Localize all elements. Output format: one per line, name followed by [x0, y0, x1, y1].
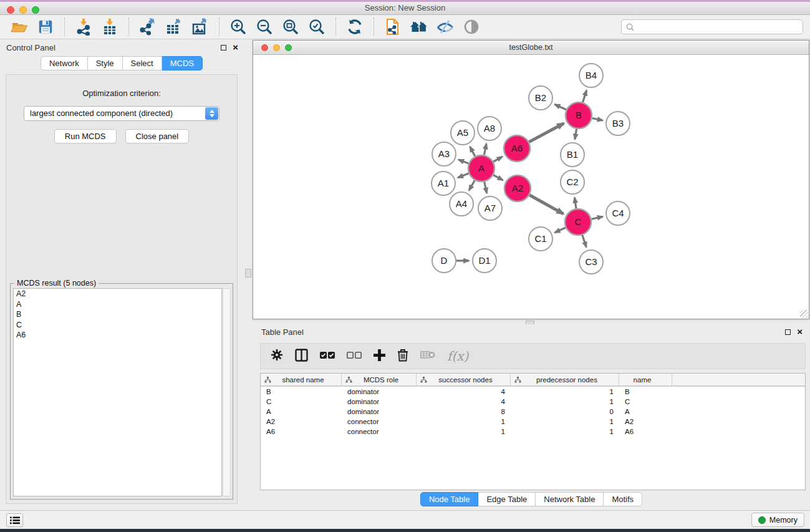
column-header-MCDS-role[interactable]: MCDS role	[342, 374, 417, 385]
graph-edge-A-A5[interactable]	[470, 147, 475, 156]
import-network-icon[interactable]	[74, 17, 94, 37]
graph-node-C4[interactable]: C4	[606, 201, 630, 225]
zoom-out-icon[interactable]	[254, 17, 274, 37]
import-table-icon[interactable]	[100, 17, 120, 37]
mcds-result-item[interactable]: A6	[14, 330, 221, 341]
hide-icon[interactable]	[435, 17, 455, 37]
graph-edge-A-A1[interactable]	[458, 173, 468, 178]
mcds-result-item[interactable]: A	[14, 299, 221, 310]
table-row[interactable]: A2connector11A2	[261, 417, 805, 427]
table-row[interactable]: A6connector11A6	[261, 427, 805, 437]
column-table-icon[interactable]	[295, 349, 308, 364]
tab-style[interactable]: Style	[88, 56, 123, 70]
table-row[interactable]: Bdominator41B	[261, 387, 805, 397]
graph-edge-A-A3[interactable]	[458, 160, 468, 163]
tab-motifs[interactable]: Motifs	[604, 492, 642, 506]
vertical-split-handle[interactable]	[245, 269, 251, 278]
save-session-icon[interactable]	[36, 17, 55, 37]
graph-edge-A2-C[interactable]	[529, 195, 563, 214]
trash-icon[interactable]	[397, 349, 408, 364]
close-window-button[interactable]	[7, 6, 14, 14]
graph-node-B[interactable]: B	[566, 102, 592, 128]
graph-node-D1[interactable]: D1	[473, 249, 496, 273]
graph-edge-A-A7[interactable]	[485, 181, 487, 193]
graph-edge-C-C3[interactable]	[582, 235, 586, 247]
graph-edge-A6-B[interactable]	[529, 123, 564, 142]
network-canvas[interactable]: B4B2BB3A8A5A6A3B1AC2A1A2A4A7C4CC1DD1C3	[253, 55, 809, 319]
graph-node-A2[interactable]: A2	[504, 175, 531, 201]
table-row[interactable]: Cdominator41C	[261, 397, 805, 407]
show-icon[interactable]	[461, 17, 481, 37]
zoom-selected-icon[interactable]	[307, 17, 327, 37]
refresh-icon[interactable]	[345, 17, 365, 37]
graph-node-A8[interactable]: A8	[478, 117, 501, 140]
graph-edge-B-B1[interactable]	[575, 129, 577, 140]
column-header-successor-nodes[interactable]: successor nodes	[417, 374, 511, 385]
graph-node-A[interactable]: A	[468, 155, 494, 181]
graph-edge-A-A8[interactable]	[484, 143, 486, 155]
graph-edge-C-C1[interactable]	[555, 228, 566, 233]
column-header-shared-name[interactable]: shared name	[261, 374, 342, 385]
mcds-result-item[interactable]: C	[14, 320, 221, 331]
tab-network-table[interactable]: Network Table	[536, 492, 604, 506]
deselect-all-icon[interactable]	[347, 351, 362, 362]
minimize-window-button[interactable]	[19, 6, 27, 14]
new-network-from-selection-icon[interactable]	[383, 17, 403, 37]
graph-node-D[interactable]: D	[432, 249, 456, 273]
graph-node-C1[interactable]: C1	[529, 227, 552, 251]
table-row[interactable]: Adominator80A	[261, 407, 805, 417]
graph-node-A7[interactable]: A7	[478, 196, 502, 220]
graph-node-A3[interactable]: A3	[432, 142, 456, 166]
optimization-criterion-dropdown[interactable]: largest connected component (directed)	[24, 106, 219, 121]
tab-network[interactable]: Network	[41, 56, 88, 70]
tab-node-table[interactable]: Node Table	[420, 492, 479, 506]
graph-node-A1[interactable]: A1	[432, 172, 455, 195]
close-panel-icon[interactable]: ×	[233, 44, 238, 51]
open-session-icon[interactable]	[9, 17, 29, 37]
tab-select[interactable]: Select	[123, 56, 162, 70]
close-table-panel-icon[interactable]: ×	[797, 328, 803, 336]
graph-edge-B-B3[interactable]	[592, 118, 603, 120]
tab-edge-table[interactable]: Edge Table	[478, 492, 536, 506]
graph-edge-A-A2[interactable]	[493, 175, 503, 180]
export-network-icon[interactable]	[138, 17, 158, 37]
zoom-window-button[interactable]	[32, 6, 39, 14]
graph-node-A6[interactable]: A6	[504, 135, 530, 162]
zoom-in-icon[interactable]	[228, 17, 248, 37]
resize-grip[interactable]	[800, 310, 808, 318]
search-input[interactable]	[637, 21, 803, 32]
run-mcds-button[interactable]: Run MCDS	[54, 129, 117, 143]
float-table-panel-icon[interactable]	[785, 329, 791, 335]
graph-edge-C-C2[interactable]	[574, 198, 576, 208]
gear-icon[interactable]	[271, 349, 283, 364]
graph-node-C[interactable]: C	[565, 209, 591, 235]
home-icon[interactable]	[409, 17, 429, 37]
memory-button[interactable]: Memory	[751, 513, 804, 527]
graph-edge-B-B4[interactable]	[583, 90, 587, 102]
graph-node-A5[interactable]: A5	[451, 121, 475, 145]
graph-node-B3[interactable]: B3	[606, 112, 630, 135]
network-close-button[interactable]	[261, 44, 268, 51]
export-image-icon[interactable]	[190, 17, 210, 37]
graph-node-B2[interactable]: B2	[529, 86, 552, 110]
graph-node-B4[interactable]: B4	[579, 64, 603, 87]
graph-edge-A-A6[interactable]	[493, 157, 502, 162]
graph-node-B1[interactable]: B1	[561, 143, 584, 167]
network-minimize-button[interactable]	[273, 44, 280, 51]
graph-node-A4[interactable]: A4	[450, 192, 473, 216]
network-zoom-button[interactable]	[285, 44, 292, 51]
float-panel-icon[interactable]	[221, 45, 226, 51]
tab-mcds[interactable]: MCDS	[162, 56, 203, 70]
add-icon[interactable]	[374, 349, 385, 364]
close-panel-button[interactable]: Close panel	[125, 129, 190, 143]
mcds-result-scrollbar[interactable]	[223, 288, 231, 496]
search-field[interactable]	[621, 19, 803, 34]
graph-edge-B-B2[interactable]	[555, 104, 566, 109]
column-header-predecessor-nodes[interactable]: predecessor nodes	[511, 374, 619, 385]
function-icon[interactable]: f(x)	[447, 349, 468, 364]
delete-column-icon[interactable]	[420, 350, 435, 362]
column-header-name[interactable]: name	[619, 374, 672, 385]
zoom-fit-icon[interactable]	[281, 17, 301, 37]
mcds-result-item[interactable]: A2	[14, 289, 221, 299]
export-table-icon[interactable]	[164, 17, 184, 37]
